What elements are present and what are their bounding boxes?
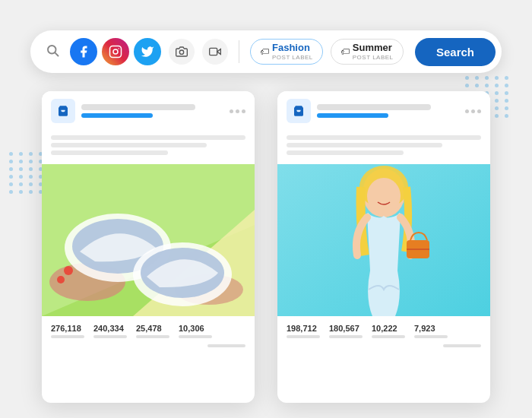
- summer-tag[interactable]: 🏷 Summer POST LABEL: [331, 39, 404, 64]
- shoe-card-sub-bar: [81, 113, 153, 118]
- fashion-tag[interactable]: 🏷 Fashion POST LABEL: [250, 39, 323, 64]
- fashion-stat-4: 7,923: [414, 324, 448, 338]
- svg-point-5: [179, 50, 183, 54]
- shoe-card-bottom-bar: [207, 344, 245, 347]
- shoe-stat-value-3: 25,478: [136, 324, 169, 333]
- fashion-tag-sublabel: POST LABEL: [272, 54, 313, 61]
- camera-icon[interactable]: [169, 39, 195, 65]
- shoe-card-action-dots: [230, 109, 245, 113]
- fashion-card-action-dots: [465, 109, 481, 113]
- shoe-card-text-lines: [42, 131, 255, 164]
- fashion-stat-value-4: 7,923: [414, 324, 448, 333]
- shoe-card-stats: 276,118 240,334 25,478 10,306: [42, 316, 255, 344]
- shoe-stat-3: 25,478: [136, 324, 169, 338]
- svg-rect-2: [110, 46, 122, 58]
- summer-tag-label: Summer: [353, 43, 394, 53]
- svg-point-18: [57, 276, 65, 283]
- twitter-icon[interactable]: [134, 38, 161, 65]
- shoe-stat-value-2: 240,334: [93, 324, 127, 333]
- svg-line-1: [55, 52, 58, 55]
- svg-point-17: [64, 266, 73, 275]
- social-icons-group: [70, 38, 161, 65]
- shoe-card-header-text: [81, 104, 223, 118]
- shoe-stat-1: 276,118: [51, 324, 84, 338]
- summer-tag-sublabel: POST LABEL: [353, 54, 394, 61]
- fashion-stat-1: 198,712: [287, 324, 320, 338]
- divider: [239, 40, 239, 63]
- video-icon[interactable]: [202, 39, 228, 65]
- svg-rect-7: [210, 48, 217, 55]
- fashion-card-sub-bar: [317, 113, 388, 118]
- shoe-card-image: [42, 164, 255, 316]
- shoe-stat-value-4: 10,306: [179, 324, 212, 333]
- fashion-stat-2: 180,567: [329, 324, 363, 338]
- fashion-card-image: [277, 164, 490, 316]
- svg-point-4: [118, 48, 119, 49]
- fashion-stat-value-2: 180,567: [329, 324, 363, 333]
- fashion-tag-label: Fashion: [272, 43, 313, 53]
- shoe-card-header: [42, 91, 255, 131]
- shoe-card-name-bar: [81, 104, 195, 110]
- fashion-stat-value-3: 10,222: [372, 324, 405, 333]
- fashion-card-name-bar: [317, 104, 431, 110]
- search-icon: [46, 43, 59, 60]
- tag-icon-summer: 🏷: [340, 46, 350, 57]
- fashion-card-text-lines: [277, 131, 490, 164]
- svg-point-23: [367, 178, 401, 214]
- fashion-card-avatar: [287, 99, 311, 123]
- fashion-card-stats: 198,712 180,567 10,222 7,923: [277, 316, 490, 344]
- fashion-card: 198,712 180,567 10,222 7,923: [277, 91, 490, 403]
- shoe-stat-value-1: 276,118: [51, 324, 84, 333]
- svg-point-3: [113, 49, 118, 54]
- cards-area: 276,118 240,334 25,478 10,306: [23, 91, 509, 403]
- fashion-card-header: [277, 91, 490, 131]
- fashion-card-bottom-bar: [443, 344, 481, 347]
- fashion-stat-3: 10,222: [372, 324, 405, 338]
- fashion-card-header-text: [317, 104, 459, 118]
- tag-icon-fashion: 🏷: [260, 46, 269, 57]
- shoe-stat-2: 240,334: [93, 324, 127, 338]
- instagram-icon[interactable]: [102, 38, 129, 65]
- search-button[interactable]: Search: [415, 38, 496, 66]
- search-bar: 🏷 Fashion POST LABEL 🏷 Summer POST LABEL…: [30, 30, 502, 73]
- svg-marker-6: [217, 49, 221, 55]
- shoe-card-avatar: [51, 99, 75, 123]
- fashion-stat-value-1: 198,712: [287, 324, 320, 333]
- shoe-stat-4: 10,306: [179, 324, 212, 338]
- facebook-icon[interactable]: [70, 38, 97, 65]
- shoe-card: 276,118 240,334 25,478 10,306: [42, 91, 255, 403]
